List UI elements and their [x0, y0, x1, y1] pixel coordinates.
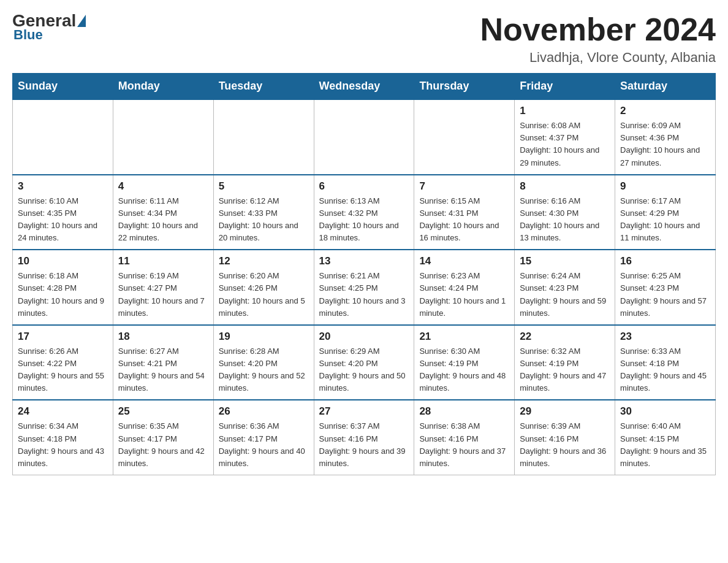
day-number: 17 — [18, 331, 108, 343]
day-number: 14 — [419, 255, 509, 267]
weekday-header-friday: Friday — [515, 74, 615, 100]
calendar-cell: 17Sunrise: 6:26 AMSunset: 4:22 PMDayligh… — [13, 325, 113, 400]
day-number: 10 — [18, 255, 108, 267]
day-number: 26 — [219, 405, 309, 418]
day-number: 22 — [520, 331, 610, 343]
day-number: 24 — [18, 405, 108, 418]
calendar-cell: 7Sunrise: 6:15 AMSunset: 4:31 PMDaylight… — [414, 175, 515, 250]
calendar-cell: 5Sunrise: 6:12 AMSunset: 4:33 PMDaylight… — [213, 175, 314, 250]
day-info: Sunrise: 6:11 AMSunset: 4:34 PMDaylight:… — [118, 195, 208, 245]
calendar-cell: 22Sunrise: 6:32 AMSunset: 4:19 PMDayligh… — [515, 325, 615, 400]
weekday-header-thursday: Thursday — [414, 74, 515, 100]
calendar-cell: 16Sunrise: 6:25 AMSunset: 4:23 PMDayligh… — [615, 250, 716, 325]
calendar-week-5: 24Sunrise: 6:34 AMSunset: 4:18 PMDayligh… — [13, 400, 716, 475]
calendar-cell: 2Sunrise: 6:09 AMSunset: 4:36 PMDaylight… — [615, 99, 716, 175]
day-info: Sunrise: 6:12 AMSunset: 4:33 PMDaylight:… — [219, 195, 309, 245]
day-number: 21 — [419, 331, 509, 343]
calendar-cell — [113, 99, 213, 175]
day-number: 25 — [118, 405, 208, 418]
calendar-cell: 13Sunrise: 6:21 AMSunset: 4:25 PMDayligh… — [314, 250, 414, 325]
day-info: Sunrise: 6:09 AMSunset: 4:36 PMDaylight:… — [620, 120, 710, 169]
calendar-week-3: 10Sunrise: 6:18 AMSunset: 4:28 PMDayligh… — [13, 250, 716, 325]
calendar-cell: 3Sunrise: 6:10 AMSunset: 4:35 PMDaylight… — [13, 175, 113, 250]
day-info: Sunrise: 6:26 AMSunset: 4:22 PMDaylight:… — [18, 345, 108, 395]
calendar-cell: 12Sunrise: 6:20 AMSunset: 4:26 PMDayligh… — [213, 250, 314, 325]
weekday-header-monday: Monday — [113, 74, 213, 100]
day-info: Sunrise: 6:33 AMSunset: 4:18 PMDaylight:… — [620, 345, 710, 395]
day-info: Sunrise: 6:18 AMSunset: 4:28 PMDaylight:… — [18, 270, 108, 320]
calendar-cell: 26Sunrise: 6:36 AMSunset: 4:17 PMDayligh… — [213, 400, 314, 475]
calendar-cell: 23Sunrise: 6:33 AMSunset: 4:18 PMDayligh… — [615, 325, 716, 400]
calendar-cell: 21Sunrise: 6:30 AMSunset: 4:19 PMDayligh… — [414, 325, 515, 400]
calendar-cell: 1Sunrise: 6:08 AMSunset: 4:37 PMDaylight… — [515, 99, 615, 175]
day-info: Sunrise: 6:08 AMSunset: 4:37 PMDaylight:… — [520, 120, 610, 169]
day-number: 30 — [620, 405, 710, 418]
calendar-cell: 4Sunrise: 6:11 AMSunset: 4:34 PMDaylight… — [113, 175, 213, 250]
calendar-header-row: SundayMondayTuesdayWednesdayThursdayFrid… — [13, 74, 716, 100]
calendar-cell: 30Sunrise: 6:40 AMSunset: 4:15 PMDayligh… — [615, 400, 716, 475]
calendar-week-4: 17Sunrise: 6:26 AMSunset: 4:22 PMDayligh… — [13, 325, 716, 400]
calendar-table: SundayMondayTuesdayWednesdayThursdayFrid… — [12, 73, 716, 475]
day-info: Sunrise: 6:13 AMSunset: 4:32 PMDaylight:… — [319, 195, 409, 245]
calendar-cell: 24Sunrise: 6:34 AMSunset: 4:18 PMDayligh… — [13, 400, 113, 475]
day-info: Sunrise: 6:15 AMSunset: 4:31 PMDaylight:… — [419, 195, 509, 245]
day-number: 3 — [18, 180, 108, 193]
calendar-cell: 11Sunrise: 6:19 AMSunset: 4:27 PMDayligh… — [113, 250, 213, 325]
calendar-cell — [314, 99, 414, 175]
logo-blue-text: Blue — [13, 27, 43, 43]
calendar-cell — [13, 99, 113, 175]
calendar-cell: 19Sunrise: 6:28 AMSunset: 4:20 PMDayligh… — [213, 325, 314, 400]
day-info: Sunrise: 6:28 AMSunset: 4:20 PMDaylight:… — [219, 345, 309, 395]
day-info: Sunrise: 6:37 AMSunset: 4:16 PMDaylight:… — [319, 420, 409, 470]
day-info: Sunrise: 6:19 AMSunset: 4:27 PMDaylight:… — [118, 270, 208, 320]
day-number: 6 — [319, 180, 409, 193]
day-number: 4 — [118, 180, 208, 193]
weekday-header-saturday: Saturday — [615, 74, 716, 100]
day-info: Sunrise: 6:17 AMSunset: 4:29 PMDaylight:… — [620, 195, 710, 245]
day-info: Sunrise: 6:27 AMSunset: 4:21 PMDaylight:… — [118, 345, 208, 395]
page-header: General Blue November 2024 Livadhja, Vlo… — [12, 12, 716, 66]
calendar-cell: 27Sunrise: 6:37 AMSunset: 4:16 PMDayligh… — [314, 400, 414, 475]
day-info: Sunrise: 6:29 AMSunset: 4:20 PMDaylight:… — [319, 345, 409, 395]
day-number: 9 — [620, 180, 710, 193]
day-number: 2 — [620, 105, 710, 117]
day-info: Sunrise: 6:24 AMSunset: 4:23 PMDaylight:… — [520, 270, 610, 320]
day-info: Sunrise: 6:21 AMSunset: 4:25 PMDaylight:… — [319, 270, 409, 320]
calendar-cell — [213, 99, 314, 175]
day-info: Sunrise: 6:32 AMSunset: 4:19 PMDaylight:… — [520, 345, 610, 395]
day-number: 16 — [620, 255, 710, 267]
day-info: Sunrise: 6:20 AMSunset: 4:26 PMDaylight:… — [219, 270, 309, 320]
calendar-cell: 9Sunrise: 6:17 AMSunset: 4:29 PMDaylight… — [615, 175, 716, 250]
day-info: Sunrise: 6:25 AMSunset: 4:23 PMDaylight:… — [620, 270, 710, 320]
day-number: 27 — [319, 405, 409, 418]
day-number: 8 — [520, 180, 610, 193]
day-number: 12 — [219, 255, 309, 267]
weekday-header-wednesday: Wednesday — [314, 74, 414, 100]
calendar-cell: 29Sunrise: 6:39 AMSunset: 4:16 PMDayligh… — [515, 400, 615, 475]
day-info: Sunrise: 6:38 AMSunset: 4:16 PMDaylight:… — [419, 420, 509, 470]
calendar-cell: 8Sunrise: 6:16 AMSunset: 4:30 PMDaylight… — [515, 175, 615, 250]
day-number: 15 — [520, 255, 610, 267]
day-number: 29 — [520, 405, 610, 418]
day-info: Sunrise: 6:23 AMSunset: 4:24 PMDaylight:… — [419, 270, 509, 320]
calendar-week-2: 3Sunrise: 6:10 AMSunset: 4:35 PMDaylight… — [13, 175, 716, 250]
day-info: Sunrise: 6:40 AMSunset: 4:15 PMDaylight:… — [620, 420, 710, 470]
calendar-cell: 18Sunrise: 6:27 AMSunset: 4:21 PMDayligh… — [113, 325, 213, 400]
day-number: 20 — [319, 331, 409, 343]
day-info: Sunrise: 6:34 AMSunset: 4:18 PMDaylight:… — [18, 420, 108, 470]
weekday-header-sunday: Sunday — [13, 74, 113, 100]
day-info: Sunrise: 6:10 AMSunset: 4:35 PMDaylight:… — [18, 195, 108, 245]
weekday-header-tuesday: Tuesday — [213, 74, 314, 100]
day-number: 11 — [118, 255, 208, 267]
day-number: 18 — [118, 331, 208, 343]
logo-triangle-icon — [77, 15, 86, 27]
title-area: November 2024 Livadhja, Vlore County, Al… — [480, 12, 716, 66]
calendar-cell: 14Sunrise: 6:23 AMSunset: 4:24 PMDayligh… — [414, 250, 515, 325]
day-number: 19 — [219, 331, 309, 343]
day-number: 1 — [520, 105, 610, 117]
calendar-cell — [414, 99, 515, 175]
day-info: Sunrise: 6:16 AMSunset: 4:30 PMDaylight:… — [520, 195, 610, 245]
logo: General Blue — [12, 12, 87, 43]
calendar-cell: 10Sunrise: 6:18 AMSunset: 4:28 PMDayligh… — [13, 250, 113, 325]
day-info: Sunrise: 6:35 AMSunset: 4:17 PMDaylight:… — [118, 420, 208, 470]
